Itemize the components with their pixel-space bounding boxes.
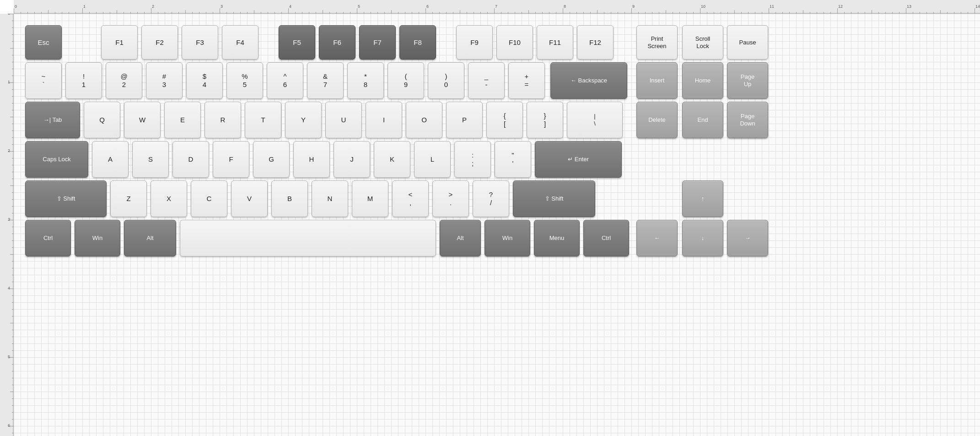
key-x[interactable]: X bbox=[151, 180, 187, 217]
key-space[interactable] bbox=[180, 220, 436, 256]
key-end[interactable]: End bbox=[682, 102, 723, 138]
key-n[interactable]: N bbox=[312, 180, 348, 217]
key-f5[interactable]: F5 bbox=[279, 25, 315, 60]
key-left-alt[interactable]: Alt bbox=[124, 220, 176, 256]
ruler-left bbox=[0, 14, 14, 436]
key-f7[interactable]: F7 bbox=[359, 25, 396, 60]
key-d[interactable]: D bbox=[172, 141, 209, 178]
key-y[interactable]: Y bbox=[285, 102, 322, 138]
key-f10[interactable]: F10 bbox=[496, 25, 533, 60]
key-home[interactable]: Home bbox=[682, 62, 723, 99]
key-row-tab-row: →| TabQWERTYUIOP{ [} ]| \DeleteEndPage D… bbox=[25, 102, 963, 138]
key-row-ctrl-row: CtrlWinAltAltWinMenuCtrl←↓→ bbox=[25, 220, 963, 256]
key-scroll-lock[interactable]: Scroll Lock bbox=[682, 25, 723, 60]
key-w[interactable]: W bbox=[124, 102, 161, 138]
key-page-down[interactable]: Page Down bbox=[727, 102, 768, 138]
key-pause[interactable]: Pause bbox=[727, 25, 768, 60]
key-menu[interactable]: Menu bbox=[534, 220, 580, 256]
key-tab[interactable]: →| Tab bbox=[25, 102, 80, 138]
key-j[interactable]: J bbox=[334, 141, 370, 178]
key-esc[interactable]: Esc bbox=[25, 25, 62, 60]
key-f2[interactable]: F2 bbox=[141, 25, 178, 60]
key-o[interactable]: O bbox=[406, 102, 442, 138]
key-backslash[interactable]: | \ bbox=[567, 102, 623, 138]
key-delete[interactable]: Delete bbox=[636, 102, 678, 138]
key-right-ctrl[interactable]: Ctrl bbox=[583, 220, 629, 256]
key-tilde[interactable]: ~ ` bbox=[25, 62, 62, 99]
key-6[interactable]: ^ 6 bbox=[267, 62, 303, 99]
key-f6[interactable]: F6 bbox=[319, 25, 355, 60]
key-lbracket[interactable]: { [ bbox=[486, 102, 523, 138]
key-2[interactable]: @ 2 bbox=[106, 62, 142, 99]
key-b[interactable]: B bbox=[271, 180, 308, 217]
key-i[interactable]: I bbox=[366, 102, 402, 138]
key-7[interactable]: & 7 bbox=[307, 62, 344, 99]
key-enter[interactable]: ↵ Enter bbox=[535, 141, 622, 178]
key-left-ctrl[interactable]: Ctrl bbox=[25, 220, 71, 256]
key-c[interactable]: C bbox=[191, 180, 227, 217]
key-left-shift[interactable]: ⇧ Shift bbox=[25, 180, 107, 217]
key-h[interactable]: H bbox=[293, 141, 330, 178]
key-backspace[interactable]: ← Backspace bbox=[550, 62, 627, 99]
key-v[interactable]: V bbox=[231, 180, 268, 217]
key-f11[interactable]: F11 bbox=[537, 25, 573, 60]
key-arrow-left[interactable]: ← bbox=[636, 220, 678, 256]
key-right-alt[interactable]: Alt bbox=[440, 220, 481, 256]
key-r[interactable]: R bbox=[205, 102, 241, 138]
key-arrow-up[interactable]: ↑ bbox=[682, 180, 723, 217]
key-f9[interactable]: F9 bbox=[456, 25, 493, 60]
key-e[interactable]: E bbox=[164, 102, 201, 138]
key-0[interactable]: ) 0 bbox=[428, 62, 464, 99]
key-right-win[interactable]: Win bbox=[485, 220, 530, 256]
key-g[interactable]: G bbox=[253, 141, 290, 178]
key-right-shift[interactable]: ⇧ Shift bbox=[513, 180, 595, 217]
key-equal[interactable]: + = bbox=[508, 62, 545, 99]
key-rbracket[interactable]: } ] bbox=[527, 102, 563, 138]
main-container: EscF1F2F3F4F5F6F7F8F9F10F11F12Print Scre… bbox=[0, 0, 980, 436]
key-1[interactable]: ! 1 bbox=[65, 62, 102, 99]
key-arrow-right[interactable]: → bbox=[727, 220, 768, 256]
key-row-number-row: ~ `! 1@ 2# 3$ 4% 5^ 6& 7* 8( 9) 0_ -+ =←… bbox=[25, 62, 963, 99]
key-caps-lock[interactable]: Caps Lock bbox=[25, 141, 88, 178]
key-f[interactable]: F bbox=[213, 141, 249, 178]
key-f12[interactable]: F12 bbox=[577, 25, 614, 60]
key-s[interactable]: S bbox=[132, 141, 169, 178]
key-f1[interactable]: F1 bbox=[101, 25, 138, 60]
key-slash[interactable]: ? / bbox=[473, 180, 509, 217]
key-period[interactable]: > . bbox=[432, 180, 469, 217]
key-p[interactable]: P bbox=[446, 102, 483, 138]
key-row-function-row: EscF1F2F3F4F5F6F7F8F9F10F11F12Print Scre… bbox=[25, 25, 963, 60]
key-row-shift-row: ⇧ ShiftZXCVBNM< ,> .? /⇧ Shift↑ bbox=[25, 180, 963, 217]
key-f4[interactable]: F4 bbox=[222, 25, 258, 60]
key-semicolon[interactable]: : ; bbox=[454, 141, 491, 178]
key-z[interactable]: Z bbox=[110, 180, 147, 217]
key-k[interactable]: K bbox=[374, 141, 410, 178]
keyboard: EscF1F2F3F4F5F6F7F8F9F10F11F12Print Scre… bbox=[25, 25, 963, 259]
key-page-up[interactable]: Page Up bbox=[727, 62, 768, 99]
key-l[interactable]: L bbox=[414, 141, 451, 178]
key-arrow-down[interactable]: ↓ bbox=[682, 220, 723, 256]
key-u[interactable]: U bbox=[325, 102, 362, 138]
ruler-top bbox=[14, 0, 980, 14]
key-print-screen[interactable]: Print Screen bbox=[636, 25, 678, 60]
key-5[interactable]: % 5 bbox=[226, 62, 263, 99]
key-insert[interactable]: Insert bbox=[636, 62, 678, 99]
key-q[interactable]: Q bbox=[84, 102, 120, 138]
key-row-caps-row: Caps LockASDFGHJKL: ;" '↵ Enter bbox=[25, 141, 963, 178]
key-quote[interactable]: " ' bbox=[495, 141, 531, 178]
key-9[interactable]: ( 9 bbox=[388, 62, 424, 99]
key-minus[interactable]: _ - bbox=[468, 62, 505, 99]
key-t[interactable]: T bbox=[245, 102, 281, 138]
key-m[interactable]: M bbox=[352, 180, 388, 217]
key-4[interactable]: $ 4 bbox=[186, 62, 223, 99]
key-f3[interactable]: F3 bbox=[182, 25, 218, 60]
key-comma[interactable]: < , bbox=[392, 180, 429, 217]
key-a[interactable]: A bbox=[92, 141, 129, 178]
key-f8[interactable]: F8 bbox=[399, 25, 436, 60]
key-8[interactable]: * 8 bbox=[347, 62, 384, 99]
key-3[interactable]: # 3 bbox=[146, 62, 183, 99]
key-left-win[interactable]: Win bbox=[75, 220, 120, 256]
